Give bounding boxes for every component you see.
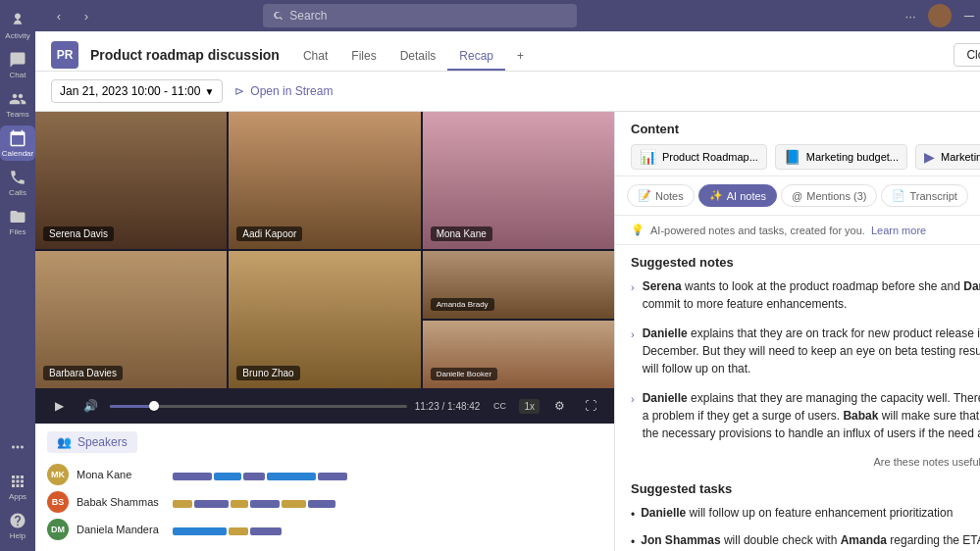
bar-seg <box>173 473 212 480</box>
ai-notes-tab-icon: ✨ <box>709 189 723 202</box>
sidebar-item-chat[interactable]: Chat <box>0 47 35 82</box>
speaker-bars-mona <box>173 469 602 480</box>
channel-tabs: Chat Files Details Recap + <box>291 43 536 71</box>
content-label: Content <box>631 122 679 136</box>
sidebar-item-files[interactable]: Files <box>0 204 35 239</box>
caption-button[interactable]: CC <box>488 394 511 418</box>
participant-name-amanda: Amanda Brady <box>431 298 494 311</box>
mentions-tab-icon: @ <box>792 190 802 202</box>
speaker-row-babak: BS Babak Shammas <box>47 488 602 516</box>
channel-header: PR Product roadmap discussion Chat Files… <box>35 31 980 72</box>
note-chevron-2: › <box>631 391 635 442</box>
overflow-button[interactable]: ··· <box>899 4 922 27</box>
participant-name-barbara: Barbara Davies <box>43 366 123 380</box>
transcript-tab-icon: 📄 <box>892 189 905 202</box>
feedback-row: Are these notes useful? 👍 👎 <box>631 454 980 470</box>
channel-name: Product roadmap discussion <box>90 47 280 63</box>
bar-seg <box>250 500 280 508</box>
sidebar-item-more[interactable] <box>0 429 35 465</box>
bar-seg <box>267 473 316 480</box>
task-text-1: Jon Shammas will double check with Amand… <box>641 531 980 551</box>
bar-seg <box>214 473 241 480</box>
tab-chat[interactable]: Chat <box>291 43 339 71</box>
tab-notes[interactable]: 📝 Notes <box>627 184 695 207</box>
content-file-2[interactable]: ▶ Marketing demo... <box>915 144 980 170</box>
learn-more-button[interactable]: Learn more <box>871 225 926 236</box>
participant-name-mona: Mona Kane <box>431 226 492 241</box>
speaker-bars-babak <box>173 496 602 508</box>
sidebar-item-calendar[interactable]: Calendar <box>0 125 35 161</box>
speakers-button[interactable]: 👥 Speakers <box>47 431 137 453</box>
ai-icon: 💡 <box>631 224 645 236</box>
fullscreen-button[interactable]: ⛶ <box>579 394 602 418</box>
bar-seg <box>173 500 192 508</box>
video-cell-mona: Mona Kane <box>423 112 614 249</box>
sidebar-item-teams[interactable]: Teams <box>0 86 35 122</box>
ai-info-bar: 💡 AI-powered notes and tasks, created fo… <box>615 216 980 245</box>
sidebar-item-apps[interactable]: Apps <box>0 469 35 504</box>
participant-name-bruno: Bruno Zhao <box>236 366 299 380</box>
bar-seg <box>308 500 335 508</box>
sidebar-item-help[interactable]: Help <box>0 508 35 543</box>
bar-seg <box>318 473 347 480</box>
progress-container <box>110 405 407 408</box>
notes-tabs: 📝 Notes ✨ AI notes @ Mentions (3) 📄 Tran… <box>615 176 980 216</box>
note-item-2: › Danielle explains that they are managi… <box>631 389 980 442</box>
video-controls: ▶ 🔊 11:23 / 1:48:42 CC 1x ⚙ ⛶ <box>35 388 614 424</box>
participant-name-aadi: Aadi Kapoor <box>236 226 302 241</box>
sidebar-item-calls[interactable]: Calls <box>0 165 35 200</box>
back-button[interactable]: ‹ <box>47 4 71 27</box>
bar-seg <box>229 527 248 535</box>
speaker-name-daniela: Daniela Mandera <box>77 524 165 535</box>
tab-details[interactable]: Details <box>388 43 448 71</box>
tab-ai-notes[interactable]: ✨ AI notes <box>698 184 777 207</box>
open-stream-button[interactable]: ⊳ Open in Stream <box>234 84 333 98</box>
bar-seg <box>173 527 227 535</box>
search-icon <box>273 10 284 22</box>
video-cell-pair: Amanda Brady Danielle Booker <box>423 251 614 388</box>
suggested-tasks-title: Suggested tasks <box>631 481 980 496</box>
settings-button[interactable]: ⚙ <box>547 394 571 418</box>
content-file-0[interactable]: 📊 Product Roadmap... <box>631 144 767 170</box>
play-button[interactable]: ▶ <box>47 394 71 418</box>
content-file-1[interactable]: 📘 Marketing budget... <box>775 144 907 170</box>
volume-button[interactable]: 🔊 <box>78 394 102 418</box>
notes-tab-icon: 📝 <box>638 189 651 202</box>
meeting-date-selector[interactable]: Jan 21, 2023 10:00 - 11:00 ▼ <box>51 79 223 103</box>
main-content: ‹ › ··· ─ □ ✕ PR Product roadmap discuss… <box>35 0 980 551</box>
speaker-row-daniela: DM Daniela Mandera <box>47 516 602 543</box>
participant-name-serena: Serena Davis <box>43 226 114 241</box>
video-cell-barbara: Barbara Davies <box>35 251 227 388</box>
topbar: ‹ › ··· ─ □ ✕ <box>35 0 980 31</box>
tab-add[interactable]: + <box>505 43 536 71</box>
tab-recap[interactable]: Recap <box>447 43 505 71</box>
speaker-bars-daniela <box>173 524 602 535</box>
tab-transcript[interactable]: 📄 Transcript <box>881 184 968 207</box>
ai-info-text-container: 💡 AI-powered notes and tasks, created fo… <box>631 224 926 236</box>
tab-mentions[interactable]: @ Mentions (3) <box>781 184 877 207</box>
bar-seg <box>250 527 282 535</box>
speakers-section: 👥 Speakers MK Mona Kane BS <box>35 424 614 551</box>
content-area: Serena Davis Aadi Kapoor Mona Kane Barba… <box>35 112 980 551</box>
speaker-avatar-daniela: DM <box>47 519 69 540</box>
file-name-1: Marketing budget... <box>806 151 899 163</box>
speed-button[interactable]: 1x <box>519 399 540 414</box>
user-avatar[interactable] <box>928 4 952 27</box>
search-bar[interactable] <box>263 4 577 27</box>
participant-name-danielle: Danielle Booker <box>431 368 497 380</box>
task-bullet-1: • <box>631 533 635 551</box>
speaker-row-mona: MK Mona Kane <box>47 461 602 488</box>
search-input[interactable] <box>289 9 567 23</box>
progress-bar[interactable] <box>110 405 407 408</box>
meeting-row: Jan 21, 2023 10:00 - 11:00 ▼ ⊳ Open in S… <box>35 72 980 112</box>
note-text-0: Serena wants to look at the product road… <box>643 277 980 313</box>
video-cell-bruno: Bruno Zhao <box>229 251 420 388</box>
close-meeting-button[interactable]: Close <box>954 43 980 67</box>
note-text-1: Danielle explains that they are on track… <box>643 325 980 377</box>
minimize-button[interactable]: ─ <box>957 4 980 27</box>
sidebar-item-activity[interactable]: Activity <box>0 8 35 43</box>
forward-button[interactable]: › <box>75 4 98 27</box>
tab-files[interactable]: Files <box>339 43 387 71</box>
note-chevron-0: › <box>631 279 635 313</box>
meeting-date-text: Jan 21, 2023 10:00 - 11:00 <box>60 84 200 98</box>
